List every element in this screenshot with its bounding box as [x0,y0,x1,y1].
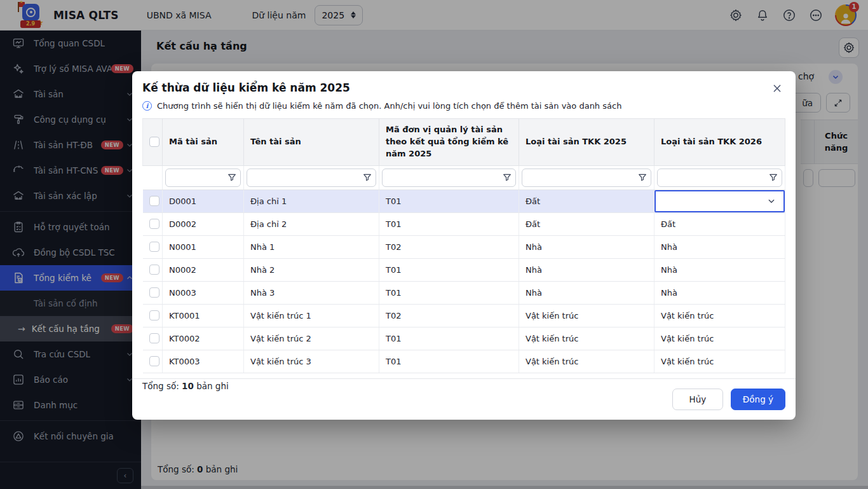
row-checkbox[interactable] [149,287,159,298]
cell-ten: Nhà 2 [244,258,379,281]
cell-ma: KT0001 [163,304,244,327]
cell-ten: Vật kiến trúc 2 [244,327,379,350]
filter-row [143,165,785,189]
row-checkbox[interactable] [149,310,159,320]
row-checkbox[interactable] [149,196,159,206]
cell-ten: Vật kiến trúc 3 [244,350,379,373]
cell-loai2026 [654,189,785,212]
inventory-table: Mã tài sản Tên tài sản Mã đơn vị quản lý… [142,118,785,373]
cell-ten: Vật kiến trúc 1 [244,304,379,327]
cell-donvi: T02 [379,235,519,258]
filter-input-ten-tai-san[interactable] [247,169,376,187]
type-2026-dropdown[interactable] [654,190,785,212]
table-row[interactable]: KT0001 Vật kiến trúc 1 T02 Vật kiến trúc… [143,304,785,327]
cell-donvi: T02 [379,304,519,327]
filter-funnel-icon[interactable] [224,169,240,186]
row-checkbox[interactable] [149,356,159,366]
confirm-button[interactable]: Đồng ý [731,389,785,410]
cell-loai2026: Nhà [654,258,785,281]
table-row[interactable]: D0002 Địa chỉ 2 T01 Đất Đất [143,212,785,235]
row-checkbox[interactable] [149,219,159,229]
cell-donvi: T01 [379,327,519,350]
cell-loai2026: Vật kiến trúc [654,350,785,373]
cell-ten: Địa chỉ 2 [244,212,379,235]
cell-loai2025: Nhà [519,235,654,258]
cell-loai2025: Nhà [519,281,654,304]
column-header: Loại tài sản TKK 2026 [654,119,785,166]
cell-donvi: T01 [379,350,519,373]
inherit-inventory-data-modal: Kế thừa dữ liệu kiểm kê năm 2025 i Chươn… [132,71,796,420]
info-icon: i [142,101,152,111]
cell-ma: D0001 [163,189,244,212]
cancel-button[interactable]: Hủy [672,389,723,410]
cell-loai2026: Vật kiến trúc [654,327,785,350]
cell-loai2025: Đất [519,212,654,235]
cell-loai2025: Vật kiến trúc [519,304,654,327]
column-header: Mã tài sản [163,119,244,166]
table-row[interactable]: N0002 Nhà 2 T01 Nhà Nhà [143,258,785,281]
cell-loai2025: Vật kiến trúc [519,350,654,373]
cell-loai2025: Nhà [519,258,654,281]
row-checkbox[interactable] [149,333,159,343]
modal-title: Kế thừa dữ liệu kiểm kê năm 2025 [142,81,785,94]
table-row[interactable]: D0001 Địa chỉ 1 T01 Đất [143,189,785,212]
chevron-down-icon [767,196,776,205]
table-row[interactable]: N0001 Nhà 1 T02 Nhà Nhà [143,235,785,258]
modal-footer: Hủy Đồng ý [132,378,796,420]
select-all-cell [143,119,163,166]
cell-loai2026: Vật kiến trúc [654,304,785,327]
filter-input-loai-2026[interactable] [657,169,782,187]
cell-ten: Địa chỉ 1 [244,189,379,212]
cell-ten: Nhà 3 [244,281,379,304]
filter-input-ma-don-vi[interactable] [382,169,516,187]
cell-donvi: T01 [379,281,519,304]
cell-donvi: T01 [379,189,519,212]
table-row[interactable]: KT0003 Vật kiến trúc 3 T01 Vật kiến trúc… [143,350,785,373]
table-row[interactable]: N0003 Nhà 3 T01 Nhà Nhà [143,281,785,304]
select-all-checkbox[interactable] [149,137,159,147]
cell-ma: KT0002 [163,327,244,350]
filter-funnel-icon[interactable] [765,169,782,186]
cell-loai2026: Nhà [654,281,785,304]
modal-info-row: i Chương trình sẽ hiển thị dữ liệu kiểm … [142,101,785,111]
cell-donvi: T01 [379,258,519,281]
filter-empty-cell [143,165,163,189]
close-icon[interactable] [769,80,785,97]
cell-donvi: T01 [379,212,519,235]
modal-info-text: Chương trình sẽ hiển thị dữ liệu kiểm kê… [157,101,621,111]
cell-ma: N0003 [163,281,244,304]
row-checkbox[interactable] [149,242,159,252]
cell-ma: D0002 [163,212,244,235]
column-header: Mã đơn vị quản lý tài sản theo kết quả t… [379,119,519,166]
cell-loai2026: Nhà [654,235,785,258]
cell-ma: N0002 [163,258,244,281]
filter-funnel-icon[interactable] [634,169,651,186]
filter-input-ma-tai-san[interactable] [165,169,241,187]
column-header: Tên tài sản [244,119,379,166]
table-row[interactable]: KT0002 Vật kiến trúc 2 T01 Vật kiến trúc… [143,327,785,350]
filter-input-loai-2025[interactable] [522,169,651,187]
cell-ma: N0001 [163,235,244,258]
cell-ten: Nhà 1 [244,235,379,258]
cell-loai2025: Đất [519,189,654,212]
filter-funnel-icon[interactable] [499,169,515,186]
cell-loai2025: Vật kiến trúc [519,327,654,350]
cell-loai2026: Đất [654,212,785,235]
filter-funnel-icon[interactable] [359,169,376,186]
column-header: Loại tài sản TKK 2025 [519,119,654,166]
cell-ma: KT0003 [163,350,244,373]
table-header-row: Mã tài sản Tên tài sản Mã đơn vị quản lý… [143,119,785,166]
row-checkbox[interactable] [149,265,159,275]
